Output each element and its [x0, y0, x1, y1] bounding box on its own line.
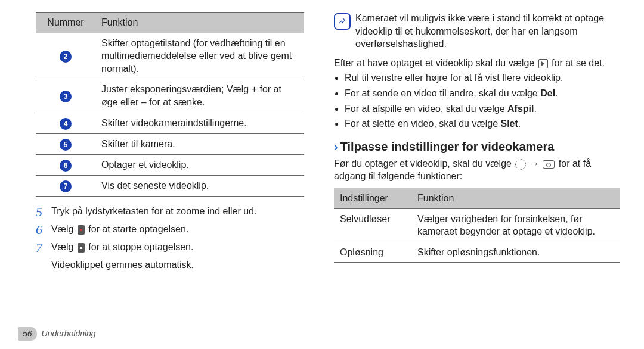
section-intro-pre: Før du optager et videoklip, skal du væl… — [334, 158, 514, 169]
table-row: 5 Skifter til kamera. — [36, 133, 304, 154]
step-num: 6 — [36, 223, 51, 237]
after-note: Efter at have optaget et videoklip skal … — [334, 57, 620, 70]
row-func: Juster eksponeringsværdien; Vælg + for a… — [95, 79, 304, 113]
video-actions-list: Rul til venstre eller højre for at få vi… — [334, 71, 620, 130]
camera-icon — [543, 160, 555, 169]
row-num-4: 4 — [60, 118, 72, 130]
step-text: Vælg for at stoppe optagelsen. — [51, 241, 304, 255]
function-table: Nummer Funktion 2 Skifter optagetilstand… — [36, 12, 304, 197]
step-5: 5 Tryk på lydstyrketasten for at zoome i… — [36, 205, 304, 219]
step-post: for at starte optagelsen. — [86, 224, 189, 234]
step-post: for at stoppe optagelsen. — [86, 242, 194, 252]
row-num-6: 6 — [60, 160, 72, 172]
row-num-3: 3 — [60, 91, 72, 102]
table-row: Selvudløser Vælger varigheden for forsin… — [334, 208, 620, 242]
table-row: Opløsning Skifter opløsningsfunktionen. — [334, 242, 620, 263]
table-row: 4 Skifter videokameraindstillingerne. — [36, 113, 304, 133]
step-num: 5 — [36, 205, 51, 219]
step-7: 7 Vælg for at stoppe optagelsen. — [36, 241, 304, 255]
page-footer: 56 Underholdning — [18, 327, 96, 341]
note-icon — [334, 13, 351, 30]
after-note-post: for at se det. — [549, 58, 605, 68]
row-func: Skifter optagetilstand (for vedhæftning … — [95, 33, 304, 79]
chevron-icon: › — [334, 140, 338, 153]
settings-table: Indstillinger Funktion Selvudløser Vælge… — [334, 188, 620, 263]
step-7-sub: Videoklippet gemmes automatisk. — [51, 258, 304, 272]
section-intro: Før du optager et videoklip, skal du væl… — [334, 157, 620, 183]
row-func: Optager et videoklip. — [95, 154, 304, 175]
setting-val: Skifter opløsningsfunktionen. — [411, 242, 620, 263]
arrow-icon: → — [530, 158, 539, 169]
table-row: 3 Juster eksponeringsværdien; Vælg + for… — [36, 79, 304, 113]
step-pre: Vælg — [51, 224, 76, 234]
row-func: Skifter til kamera. — [95, 133, 304, 154]
table-row: 7 Vis det seneste videoklip. — [36, 175, 304, 196]
note-text: Kameraet vil muligvis ikke være i stand … — [355, 12, 620, 51]
th-setting: Indstillinger — [334, 188, 411, 208]
row-num-2: 2 — [60, 51, 72, 63]
page-number: 56 — [18, 327, 37, 341]
gear-icon — [515, 159, 526, 170]
row-func: Vis det seneste videoklip. — [95, 175, 304, 196]
th-function: Funktion — [95, 13, 304, 33]
table-row: 2 Skifter optagetilstand (for vedhæftnin… — [36, 33, 304, 79]
list-item: Rul til venstre eller højre for at få vi… — [345, 71, 620, 85]
footer-section: Underholdning — [42, 328, 96, 339]
row-num-5: 5 — [60, 139, 72, 151]
th-function: Funktion — [411, 188, 620, 208]
step-text: Tryk på lydstyrketasten for at zoome ind… — [51, 205, 304, 219]
after-note-pre: Efter at have optaget et videoklip skal … — [334, 58, 537, 68]
step-pre: Vælg — [51, 242, 76, 252]
table-row: 6 Optager et videoklip. — [36, 154, 304, 175]
list-item: For at afspille en video, skal du vælge … — [345, 102, 620, 116]
step-text: Vælg for at starte optagelsen. — [51, 223, 304, 237]
record-start-icon — [78, 225, 85, 235]
setting-key: Opløsning — [334, 242, 411, 263]
th-number: Nummer — [36, 13, 95, 33]
row-func: Skifter videokameraindstillingerne. — [95, 113, 304, 133]
step-num: 7 — [36, 241, 51, 255]
row-num-7: 7 — [60, 180, 72, 192]
list-item: For at sende en video til andre, skal du… — [345, 87, 620, 100]
play-icon — [538, 59, 548, 68]
record-stop-icon — [78, 243, 85, 253]
info-note: Kameraet vil muligvis ikke være i stand … — [334, 12, 620, 51]
setting-val: Vælger varigheden for forsinkelsen, før … — [411, 208, 620, 242]
setting-key: Selvudløser — [334, 208, 411, 242]
section-heading: ›Tilpasse indstillinger for videokamera — [334, 139, 620, 155]
step-6: 6 Vælg for at starte optagelsen. — [36, 223, 304, 237]
section-heading-text: Tilpasse indstillinger for videokamera — [340, 140, 555, 153]
list-item: For at slette en video, skal du vælge Sl… — [345, 117, 620, 130]
